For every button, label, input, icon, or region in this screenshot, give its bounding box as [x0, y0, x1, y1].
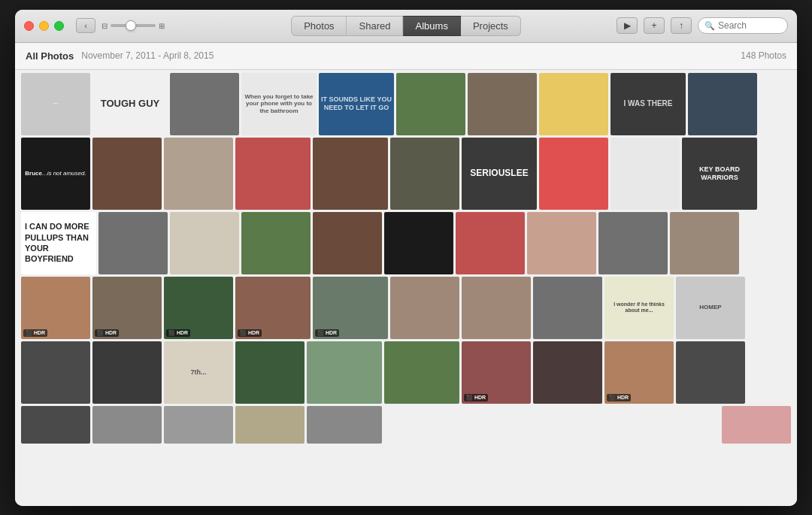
photo-cell[interactable]: Bruce...is not amused.: [21, 138, 90, 210]
hdr-badge: ⬛ HDR: [166, 329, 190, 337]
photo-cell[interactable]: [533, 341, 602, 404]
photo-cell[interactable]: [235, 341, 304, 404]
photo-cell[interactable]: [235, 406, 304, 444]
photo-cell[interactable]: [456, 212, 525, 274]
photo-cell[interactable]: [533, 277, 602, 339]
photo-thumb: [598, 212, 668, 274]
photo-cell[interactable]: [164, 138, 233, 210]
photo-cell[interactable]: SERIOUSLEE: [462, 138, 537, 210]
add-button[interactable]: +: [644, 17, 665, 34]
photo-cell[interactable]: ⬛ HDR: [92, 277, 162, 339]
maximize-button[interactable]: [54, 21, 64, 31]
photo-cell[interactable]: [539, 138, 608, 210]
share-button[interactable]: ↑: [671, 17, 692, 34]
photo-cell[interactable]: ⬛ HDR: [462, 341, 531, 404]
photo-row: I CAN DO MORE PULLUPS THAN YOUR BOYFRIEN…: [21, 212, 791, 274]
tab-projects[interactable]: Projects: [461, 16, 521, 36]
photo-cell[interactable]: [384, 341, 459, 404]
zoom-slider-thumb[interactable]: [126, 20, 136, 31]
close-button[interactable]: [24, 21, 34, 31]
photo-cell[interactable]: [21, 406, 90, 444]
photo-cell[interactable]: [390, 138, 459, 210]
play-button[interactable]: ▶: [617, 17, 638, 34]
photo-cell[interactable]: ⬛ HDR: [313, 277, 388, 339]
hdr-badge: ⬛ HDR: [95, 329, 119, 337]
zoom-slider-track[interactable]: [111, 24, 156, 27]
photo-thumb: TOUGH GUY: [92, 73, 168, 135]
zoom-slider-area: ⊟ ⊞: [102, 22, 165, 30]
all-photos-label: All Photos: [26, 50, 74, 62]
photo-cell[interactable]: [396, 73, 465, 135]
photo-cell[interactable]: [21, 341, 90, 404]
photo-cell[interactable]: KEY BOARDWARRIORS: [682, 138, 757, 210]
hdr-badge: ⬛ HDR: [607, 394, 631, 401]
photo-cell[interactable]: [468, 73, 537, 135]
photo-cell[interactable]: [598, 212, 668, 274]
photo-cell[interactable]: [307, 341, 382, 404]
titlebar: ‹ ⊟ ⊞ Photos Shared Albums Projects ▶ + …: [15, 10, 797, 43]
photo-thumb: [21, 341, 90, 404]
photo-cell[interactable]: [313, 212, 382, 274]
photo-thumb: I CAN DO MORE PULLUPS THAN YOUR BOYFRIEN…: [21, 212, 96, 274]
photo-thumb: [456, 212, 525, 274]
hdr-badge: ⬛ HDR: [23, 329, 47, 337]
traffic-lights: [24, 21, 64, 31]
photo-cell[interactable]: 7th...: [164, 341, 233, 404]
photo-thumb: [676, 341, 745, 404]
photo-cell[interactable]: [688, 73, 757, 135]
photo-cell[interactable]: [307, 406, 382, 444]
tab-shared[interactable]: Shared: [347, 16, 404, 36]
photo-cell[interactable]: TOUGH GUY: [92, 73, 168, 135]
photo-cell[interactable]: [527, 212, 596, 274]
photo-cell[interactable]: [170, 212, 239, 274]
photo-cell[interactable]: [462, 277, 531, 339]
photo-cell[interactable]: [722, 406, 791, 444]
tab-albums[interactable]: Albums: [404, 16, 461, 36]
photo-cell[interactable]: [92, 138, 162, 210]
photo-thumb: [468, 73, 537, 135]
photo-cell[interactable]: ⬛ HDR: [21, 277, 90, 339]
photo-thumb: [384, 212, 453, 274]
photo-cell[interactable]: [92, 341, 162, 404]
minimize-button[interactable]: [39, 21, 49, 31]
photo-cell[interactable]: ⬛ HDR: [235, 277, 311, 339]
photo-cell[interactable]: [670, 212, 739, 274]
photo-cell[interactable]: [390, 277, 459, 339]
photo-cell[interactable]: I CAN DO MORE PULLUPS THAN YOUR BOYFRIEN…: [21, 212, 96, 274]
photo-cell[interactable]: [164, 406, 233, 444]
photo-cell[interactable]: [98, 212, 168, 274]
photo-thumb: [21, 406, 90, 444]
photo-cell[interactable]: I wonder if he thinks about me...: [604, 277, 674, 339]
hdr-badge: ⬛ HDR: [238, 329, 262, 337]
photo-cell[interactable]: When you forget to take your phone with …: [241, 73, 317, 135]
photo-grid[interactable]: ··· TOUGH GUY When you forget to take yo…: [15, 70, 797, 506]
photo-cell[interactable]: ···: [21, 73, 90, 135]
photo-cell[interactable]: [611, 138, 680, 210]
photo-cell[interactable]: [235, 138, 311, 210]
photo-cell[interactable]: I WAS THERE: [611, 73, 686, 135]
tab-photos[interactable]: Photos: [291, 16, 347, 36]
titlebar-actions: ▶ + ↑ 🔍: [617, 17, 788, 34]
zoom-in-icon: ⊞: [159, 22, 165, 30]
search-box[interactable]: 🔍: [698, 17, 788, 34]
photo-cell[interactable]: [313, 138, 388, 210]
photo-thumb: I WAS THERE: [611, 73, 686, 135]
photo-cell[interactable]: [241, 212, 311, 274]
photo-cell[interactable]: [92, 406, 162, 444]
photo-cell[interactable]: [384, 212, 453, 274]
photo-thumb: [539, 138, 608, 210]
photo-thumb: [539, 73, 608, 135]
photo-thumb: [688, 73, 757, 135]
back-button[interactable]: ‹: [76, 18, 95, 33]
photo-cell[interactable]: [170, 73, 239, 135]
search-input[interactable]: [718, 20, 786, 31]
photo-thumb: [307, 341, 382, 404]
photo-cell[interactable]: IT SOUNDS LIKE YOU NEED TO LET IT GO: [319, 73, 394, 135]
photo-cell[interactable]: ⬛ HDR: [164, 277, 233, 339]
photo-thumb: [235, 341, 304, 404]
photo-thumb: KEY BOARDWARRIORS: [682, 138, 757, 210]
photo-cell[interactable]: [676, 341, 745, 404]
photo-cell[interactable]: НОМЕР: [676, 277, 745, 339]
photo-cell[interactable]: ⬛ HDR: [604, 341, 674, 404]
photo-cell[interactable]: [539, 73, 608, 135]
